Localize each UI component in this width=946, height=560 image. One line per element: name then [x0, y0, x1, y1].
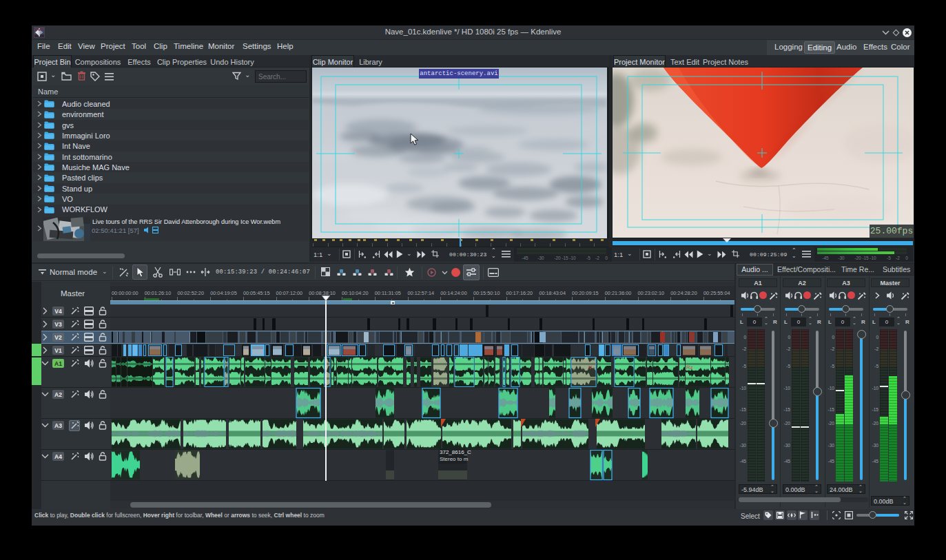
- svg-text:V: V: [588, 364, 593, 371]
- svg-text:Rz: Rz: [686, 364, 693, 371]
